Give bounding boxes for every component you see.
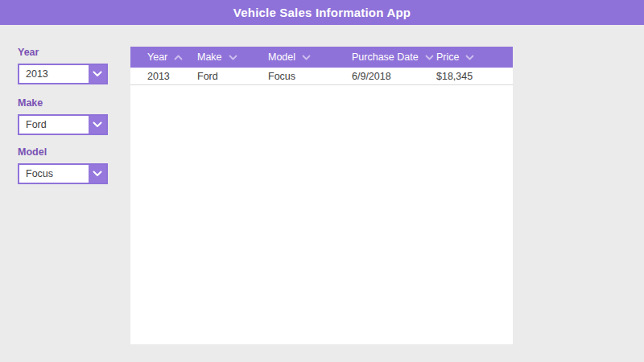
column-header-model[interactable]: Model [268,51,352,63]
chevron-down-icon [93,71,102,77]
app-title-bar: Vehicle Sales Information App [0,0,644,25]
make-filter-label: Make [18,97,108,109]
table-row[interactable]: 2013 Ford Focus 6/9/2018 $18,345 [130,68,513,85]
cell-price: $18,345 [436,71,513,82]
year-filter-label: Year [18,47,108,59]
year-filter-group: Year 2013 [18,47,108,84]
sort-chevron-down-icon [302,55,311,60]
make-filter-group: Make Ford [18,97,108,135]
cell-purchase-date: 6/9/2018 [352,71,436,82]
sort-ascending-icon [174,55,183,60]
vehicle-sales-table: Year Make Model Purchase Date Price [130,47,513,344]
chevron-down-icon [93,121,102,128]
column-header-purchase-date[interactable]: Purchase Date [352,51,436,63]
year-dropdown[interactable]: 2013 [18,64,108,84]
cell-model: Focus [268,71,352,82]
sort-chevron-down-icon [425,55,434,60]
make-dropdown[interactable]: Ford [18,114,108,135]
sort-chevron-down-icon [465,55,474,60]
make-dropdown-button[interactable] [88,116,106,134]
cell-make: Ford [197,71,268,82]
year-dropdown-button[interactable] [88,65,106,83]
model-filter-group: Model Focus [18,146,108,184]
chevron-down-icon [93,171,102,177]
model-dropdown[interactable]: Focus [18,163,108,184]
column-header-make[interactable]: Make [197,51,268,63]
model-dropdown-button[interactable] [88,165,106,183]
column-header-year[interactable]: Year [130,51,197,63]
column-header-price[interactable]: Price [436,51,513,63]
cell-year: 2013 [130,71,197,82]
page-title: Vehicle Sales Information App [233,6,411,19]
model-filter-label: Model [18,146,108,158]
table-header-row: Year Make Model Purchase Date Price [130,47,513,68]
sort-chevron-down-icon [229,55,237,60]
